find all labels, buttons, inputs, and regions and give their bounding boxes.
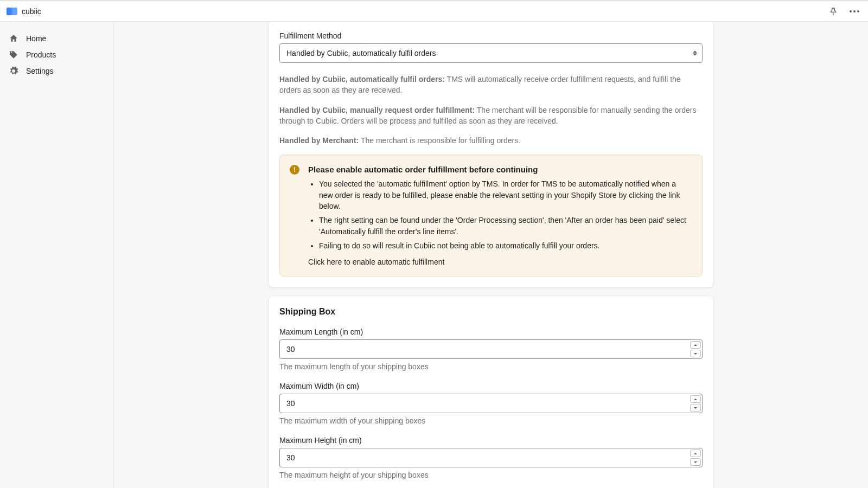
spinner-up-button[interactable] xyxy=(690,341,701,349)
shipping-box-heading: Shipping Box xyxy=(279,307,703,317)
max-length-label: Maximum Length (in cm) xyxy=(279,328,703,336)
pin-icon xyxy=(829,7,838,16)
pin-button[interactable] xyxy=(827,5,840,18)
spinner-up-button[interactable] xyxy=(690,450,701,457)
sidebar: Home Products Settings xyxy=(0,22,114,488)
tag-icon xyxy=(9,50,18,60)
desc-text-merchant: The merchant is responsible for fulfilli… xyxy=(361,136,520,145)
max-height-group: Maximum Height (in cm) The maximum heigh… xyxy=(279,436,703,479)
sidebar-item-settings[interactable]: Settings xyxy=(4,63,109,79)
alert-item: Failing to do so will result in Cubiic n… xyxy=(319,240,691,251)
max-height-input[interactable] xyxy=(279,448,703,467)
max-length-spinner xyxy=(690,341,701,357)
max-height-help: The maximum height of your shipping boxe… xyxy=(279,471,703,479)
app-logo xyxy=(7,8,17,15)
topbar-left: cubiic xyxy=(7,7,41,16)
sidebar-item-label: Products xyxy=(26,50,56,59)
sidebar-item-label: Home xyxy=(26,34,46,43)
sidebar-item-label: Settings xyxy=(26,67,54,75)
max-height-spinner xyxy=(690,450,701,466)
topbar-right xyxy=(827,5,861,18)
home-icon xyxy=(9,34,18,43)
max-width-group: Maximum Width (in cm) The maximum width … xyxy=(279,382,703,425)
max-length-help: The maximum length of your shipping boxe… xyxy=(279,362,703,371)
spinner-up-button[interactable] xyxy=(690,395,701,403)
main-content: Fulfillment Method Handled by Cubiic, au… xyxy=(114,22,868,488)
fulfillment-card: Fulfillment Method Handled by Cubiic, au… xyxy=(269,22,713,287)
sidebar-item-products[interactable]: Products xyxy=(4,47,109,63)
sidebar-item-home[interactable]: Home xyxy=(4,30,109,47)
max-width-input[interactable] xyxy=(279,394,703,413)
max-length-input[interactable] xyxy=(279,339,703,359)
more-button[interactable] xyxy=(847,8,861,15)
alert-item: You selected the 'automatic fulfillment'… xyxy=(319,178,691,211)
max-width-label: Maximum Width (in cm) xyxy=(279,382,703,390)
enable-fulfillment-link[interactable]: Click here to enable automatic fulfillme… xyxy=(308,258,444,266)
shipping-box-card: Shipping Box Maximum Length (in cm) The … xyxy=(269,296,713,488)
fulfillment-method-select[interactable]: Handled by Cubiic, automatically fulfil … xyxy=(279,43,703,63)
max-width-help: The maximum width of your shipping boxes xyxy=(279,416,703,425)
desc-term-auto: Handled by Cubiic, automatically fulfil … xyxy=(279,75,445,84)
warning-alert: ! Please enable automatic order fulfillm… xyxy=(279,155,703,277)
fulfillment-descriptions: Handled by Cubiic, automatically fulfil … xyxy=(279,74,703,146)
max-length-group: Maximum Length (in cm) The maximum lengt… xyxy=(279,328,703,371)
warning-icon: ! xyxy=(290,165,299,175)
alert-item: The right setting can be found under the… xyxy=(319,215,691,237)
fulfillment-select-wrapper: Handled by Cubiic, automatically fulfil … xyxy=(279,43,703,63)
alert-title: Please enable automatic order fulfillmen… xyxy=(308,165,691,174)
desc-term-manual: Handled by Cubiic, manually request orde… xyxy=(279,106,475,114)
max-height-label: Maximum Height (in cm) xyxy=(279,436,703,445)
desc-term-merchant: Handled by Merchant: xyxy=(279,136,359,145)
spinner-down-button[interactable] xyxy=(690,350,701,357)
gear-icon xyxy=(9,66,18,76)
alert-list: You selected the 'automatic fulfillment'… xyxy=(308,178,691,251)
max-width-spinner xyxy=(690,395,701,412)
spinner-down-button[interactable] xyxy=(690,404,701,412)
topbar: cubiic xyxy=(0,0,868,22)
more-icon xyxy=(850,10,859,12)
fulfillment-method-label: Fulfillment Method xyxy=(279,31,703,40)
spinner-down-button[interactable] xyxy=(690,458,701,466)
app-name: cubiic xyxy=(22,7,41,16)
